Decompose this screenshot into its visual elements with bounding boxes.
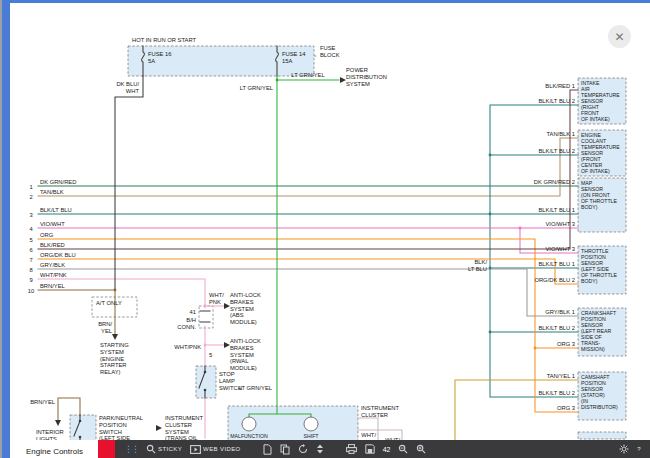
wiring-diagram-canvas[interactable]: HOT IN RUN OR START FUSE 16 5A FUSE 14 1… — [10, 3, 650, 440]
sticky-button[interactable]: STICKY — [146, 444, 182, 454]
web-video-button[interactable]: WEB VIDEO — [190, 445, 241, 454]
label-starting-system: STARTINGSYSTEM(ENGINESTARTERRELAY) — [100, 342, 129, 375]
stop-lamp-switch-box — [196, 366, 216, 398]
label-brn-yel-lower: BRN/YEL — [30, 399, 56, 405]
close-button[interactable]: ✕ — [608, 25, 631, 48]
printer-button[interactable] — [346, 444, 357, 454]
page-indicator: 42 — [383, 446, 391, 453]
close-icon: ✕ — [614, 30, 624, 44]
label-dk-blu-wht: DK BLU/WHT — [116, 81, 139, 94]
wire-label-9: WHT/PNK — [40, 272, 67, 278]
label-wht-frag-1: WHT/ — [361, 432, 376, 438]
label-abs-system: ANTI-LOCKBRAKESSYSTEM(ABSMODULE) — [230, 292, 261, 325]
label-mil-lamp: MALFUNCTIONINDICATORLAMP — [230, 433, 268, 440]
wire-label-4: VIO/WHT — [40, 221, 65, 227]
label-fuse16-amps: 5A — [148, 58, 155, 64]
sort-arrows-button[interactable] — [316, 444, 324, 454]
cmp-pin1-label: TAN/YEL 1 — [547, 373, 575, 379]
label-fuse-block: FUSEBLOCK — [320, 45, 340, 58]
zoom-out-button[interactable] — [398, 444, 408, 454]
label-at-only: A/T ONLY — [96, 300, 122, 306]
help-button[interactable]: ? — [637, 446, 641, 452]
refresh-button[interactable] — [298, 444, 308, 454]
wire-num-3: 3 — [29, 212, 32, 218]
copy-button[interactable] — [280, 444, 290, 455]
wire-label-3: BLK/LT BLU — [40, 207, 72, 213]
label-power-distribution: POWERDISTRIBUTIONSYSTEM — [346, 67, 387, 87]
footer-title: Engine Controls — [10, 440, 98, 458]
wire-label-8: GRY/BLK — [40, 262, 65, 268]
label-wht-pnk-upper: WHT/PNK — [209, 292, 224, 305]
document-icon — [263, 444, 272, 455]
wire-label-7: ORG/DK BLU — [40, 252, 76, 258]
label-wht-pnk-lower: WHT/PNK — [174, 344, 201, 350]
stop-button[interactable] — [98, 440, 115, 458]
wire-num-6: 6 — [29, 247, 32, 253]
wire-label-2: TAN/BLK — [40, 189, 64, 195]
grip-icon[interactable]: ⋮⋮ — [124, 444, 138, 454]
iat-pin1-label: BLK/RED 1 — [545, 83, 575, 89]
junction-dots — [79, 79, 537, 439]
arrow-interior-lights — [55, 420, 61, 426]
label-fuse16: FUSE 16 — [148, 51, 172, 57]
wire-org-and-org-dk-blu — [38, 239, 578, 412]
label-stop-pin-5: 5 — [209, 352, 212, 358]
label-lt-grn-yel-lower: LT GRN/YEL — [239, 385, 273, 391]
shift-indicator-lamp-icon — [304, 417, 318, 431]
sticky-label: STICKY — [158, 446, 182, 452]
label-interior-lights: INTERIORLIGHTS — [36, 429, 64, 440]
cmp-pin3-label: ORG 3 — [557, 405, 575, 411]
tps-pin1-label: VIO/WHT 3 — [545, 246, 575, 252]
sort-arrows-icon — [316, 444, 324, 454]
wire-num-1: 1 — [29, 184, 32, 190]
label-lt-grn-yel-horiz: LT GRN/YEL — [291, 72, 325, 78]
document-button[interactable] — [263, 444, 272, 455]
settings-button[interactable] — [619, 444, 629, 454]
refresh-icon — [298, 444, 308, 454]
wire-dk-blu-wht-and-symbols — [74, 46, 278, 440]
wire-num-4: 4 — [29, 226, 33, 232]
ect-pin2-label: BLK/LT BLU 2 — [538, 148, 575, 154]
copy-icon — [280, 444, 290, 455]
tps-pin2-label: BLK/LT BLU 1 — [538, 261, 575, 267]
ckp-pin2-label: BLK/LT BLU 2 — [538, 325, 575, 331]
zoom-in-button[interactable] — [416, 444, 426, 454]
diagram-viewer-window: HOT IN RUN OR START FUSE 16 5A FUSE 14 1… — [0, 0, 650, 458]
film-icon — [190, 445, 201, 454]
label-fuse14: FUSE 14 — [282, 51, 306, 57]
save-button[interactable] — [365, 444, 375, 454]
label-fuse14-amps: 15A — [282, 58, 292, 64]
tps-pin3-label: ORG/DK BLU 2 — [534, 277, 575, 283]
cmp-pin2-label: BLK/LT BLU 2 — [538, 390, 575, 396]
malfunction-indicator-lamp-icon — [242, 417, 256, 431]
bottom-toolbar: ⋮⋮ STICKY WEB VIDEO — [115, 440, 650, 458]
label-lt-grn-yel-vert: LT GRN/YEL — [240, 85, 274, 91]
wire-tan-blk — [38, 138, 578, 196]
label-pnp-switch: PARK/NEUTRALPOSITIONSWITCH(LEFT SIDE — [99, 415, 144, 440]
map-pin3-label: VIO/WHT 3 — [545, 221, 575, 227]
arrow-cluster-system — [156, 425, 162, 431]
map-pin2-label: BLK/LT BLU 1 — [538, 207, 575, 213]
bh-connector-box — [199, 306, 213, 328]
partial-sensor-box — [578, 432, 626, 439]
ect-pin1-label: TAN/BLK 1 — [546, 131, 575, 137]
ckp-pin3-label: ORG 3 — [557, 341, 575, 347]
label-conn-pin-41: 41 — [190, 309, 196, 315]
gear-icon — [619, 444, 629, 454]
wire-lt-grn-yel — [249, 76, 339, 417]
wire-gry-blk — [38, 269, 578, 316]
label-cluster-system: INSTRUMENTCLUSTERSYSTEM(TRANS OILTEMP LA… — [165, 415, 203, 440]
label-blk-lt-blu-bus: BLK/LT BLU — [468, 259, 488, 272]
help-icon: ? — [637, 446, 641, 452]
printer-icon — [346, 444, 357, 454]
wire-num-10: 10 — [28, 288, 34, 294]
map-pin1-label: DK GRN/RED 2 — [534, 179, 575, 185]
window-left-edge — [0, 0, 10, 458]
wiring-diagram: HOT IN RUN OR START FUSE 16 5A FUSE 14 1… — [10, 3, 650, 440]
label-brn-yel: BRN/YEL — [98, 321, 113, 334]
wire-num-9: 9 — [29, 277, 32, 283]
wire-label-6: BLK/RED — [40, 242, 65, 248]
wire-num-7: 7 — [29, 257, 32, 263]
arrow-starting-system — [112, 334, 118, 340]
label-rwal-system: ANTI-LOCKBRAKESSYSTEM(RWALMODULE) — [230, 338, 261, 371]
